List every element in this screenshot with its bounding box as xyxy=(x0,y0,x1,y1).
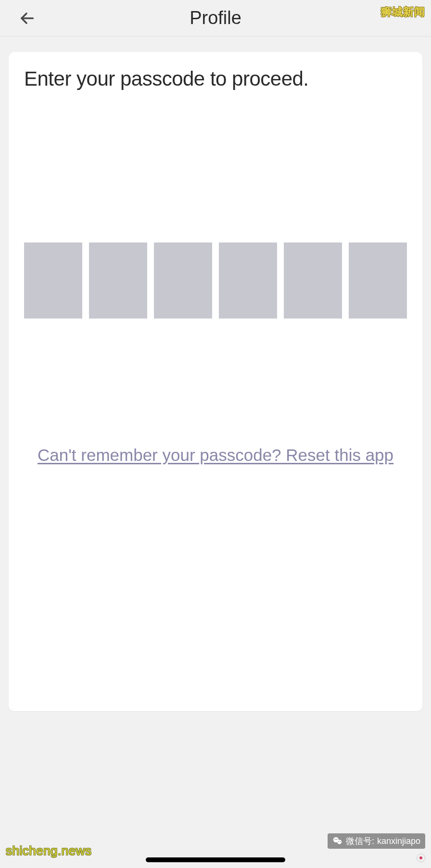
svg-point-4 xyxy=(336,839,337,840)
passcode-digit-1[interactable] xyxy=(24,243,82,319)
svg-point-3 xyxy=(335,839,336,840)
footer-area: shicheng.news 微信号: kanxinjiapo xyxy=(0,830,431,868)
wechat-label-prefix: 微信号: xyxy=(346,835,374,847)
page-title: Profile xyxy=(190,8,241,28)
svg-point-5 xyxy=(338,841,339,842)
watermark-bottom-right: 微信号: kanxinjiapo xyxy=(328,833,425,849)
passcode-digit-4[interactable] xyxy=(219,243,277,319)
passcode-prompt-heading: Enter your passcode to proceed. xyxy=(24,67,407,90)
small-badge-icon xyxy=(417,854,425,862)
reset-app-link[interactable]: Can't remember your passcode? Reset this… xyxy=(24,444,407,466)
watermark-bottom-left: shicheng.news xyxy=(6,843,92,858)
watermark-top-right: 狮城新闻 xyxy=(381,5,425,19)
wechat-id: kanxinjiapo xyxy=(377,836,420,846)
passcode-input-row xyxy=(24,243,407,319)
wechat-icon xyxy=(332,836,343,846)
passcode-card: Enter your passcode to proceed. Can't re… xyxy=(9,52,422,711)
svg-point-6 xyxy=(340,841,341,842)
svg-point-2 xyxy=(337,840,342,844)
arrow-left-icon xyxy=(17,9,36,28)
passcode-digit-2[interactable] xyxy=(89,243,147,319)
passcode-digit-6[interactable] xyxy=(349,243,407,319)
passcode-digit-3[interactable] xyxy=(154,243,212,319)
back-button[interactable] xyxy=(14,6,38,30)
app-header: Profile 狮城新闻 xyxy=(0,0,431,37)
home-indicator xyxy=(146,857,285,862)
passcode-digit-5[interactable] xyxy=(284,243,342,319)
